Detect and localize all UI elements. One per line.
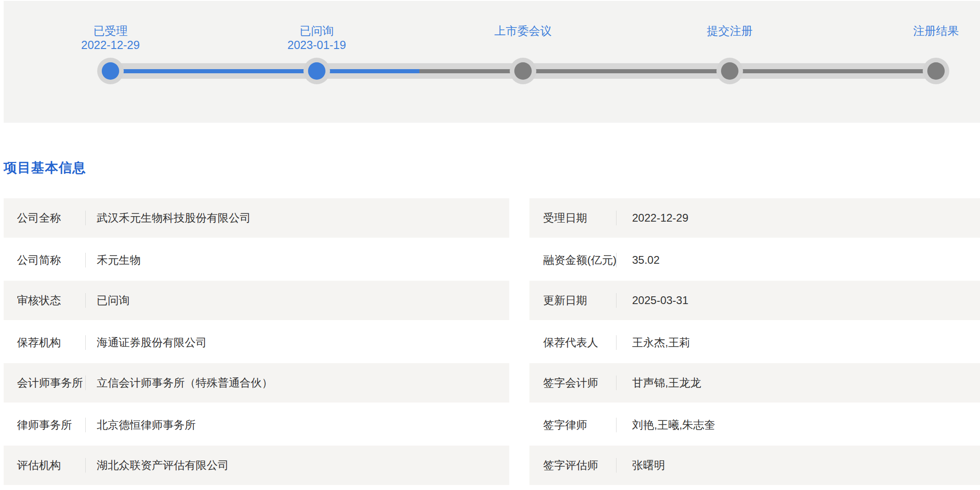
info-row-signing-lawyers: 签字律师 刘艳,王曦,朱志奎 [529, 404, 980, 446]
divider [616, 458, 617, 473]
info-row-review-status: 审核状态 已问询 [4, 281, 509, 322]
step-node-circle [303, 58, 330, 84]
info-row-signing-appraiser: 签字评估师 张曙明 [529, 446, 980, 487]
timeline-banner: 已受理 2022-12-29 已问询 2023-01-19 上市委会议 提交注册… [4, 1, 980, 123]
step-node-circle [510, 58, 536, 84]
step-label: 已受理 [60, 24, 161, 38]
divider [616, 376, 617, 390]
field-label: 签字评估师 [543, 458, 616, 473]
field-label: 受理日期 [543, 211, 616, 225]
field-label: 律师事务所 [17, 418, 85, 432]
info-row-sponsor-institution: 保荐机构 海通证券股份有限公司 [4, 322, 509, 363]
info-row-financing-amount: 融资金额(亿元) 35.02 [529, 240, 980, 281]
field-value: 王永杰,王莉 [632, 335, 690, 350]
divider [616, 211, 617, 225]
field-value: 已问询 [97, 293, 130, 308]
timeline-step-committee-meeting: 上市委会议 [473, 1, 573, 38]
divider [616, 335, 617, 350]
field-label: 公司简称 [17, 253, 85, 267]
section-title-project-basic-info: 项目基本信息 [4, 160, 86, 175]
divider [85, 458, 86, 473]
info-row-update-date: 更新日期 2025-03-31 [529, 281, 980, 322]
divider [616, 418, 617, 432]
divider [85, 335, 86, 350]
info-row-company-full-name: 公司全称 武汉禾元生物科技股份有限公司 [4, 198, 509, 240]
step-node-dot [308, 62, 325, 80]
info-row-law-firm: 律师事务所 北京德恒律师事务所 [4, 404, 509, 446]
timeline-remaining-line [419, 69, 936, 73]
step-node-dot [927, 62, 945, 80]
divider [85, 211, 86, 225]
field-label: 更新日期 [543, 293, 616, 308]
timeline-step-registration-result: 注册结果 [886, 1, 980, 38]
step-date: 2022-12-29 [60, 38, 161, 52]
step-label: 上市委会议 [473, 24, 573, 38]
field-label: 签字律师 [543, 418, 616, 432]
field-label: 评估机构 [17, 458, 85, 473]
step-node-dot [514, 62, 532, 80]
divider [616, 253, 617, 267]
info-table-left: 公司全称 武汉禾元生物科技股份有限公司 公司简称 禾元生物 审核状态 已问询 保… [4, 198, 509, 487]
timeline-step-submit-registration: 提交注册 [679, 1, 780, 38]
divider [85, 376, 86, 390]
field-value: 甘声锦,王龙龙 [632, 376, 701, 390]
field-value: 张曙明 [632, 458, 665, 473]
field-value: 35.02 [632, 254, 660, 267]
step-node-dot [102, 62, 119, 80]
field-value: 2022-12-29 [632, 212, 688, 224]
info-row-sponsor-representatives: 保荐代表人 王永杰,王莉 [529, 322, 980, 363]
field-label: 审核状态 [17, 293, 85, 308]
step-label: 已问询 [266, 24, 367, 38]
field-value: 武汉禾元生物科技股份有限公司 [97, 211, 251, 225]
info-row-appraisal-institution: 评估机构 湖北众联资产评估有限公司 [4, 446, 509, 487]
step-node-dot [721, 62, 738, 80]
step-node-circle [97, 58, 124, 84]
field-value: 海通证券股份有限公司 [97, 335, 207, 350]
field-value: 立信会计师事务所（特殊普通合伙） [97, 376, 273, 390]
field-value: 刘艳,王曦,朱志奎 [632, 418, 715, 432]
field-value: 湖北众联资产评估有限公司 [97, 458, 229, 473]
timeline-step-inquired: 已问询 2023-01-19 [266, 1, 367, 52]
step-date: 2023-01-19 [266, 38, 367, 52]
divider [85, 293, 86, 308]
divider [85, 418, 86, 432]
step-label: 注册结果 [886, 24, 980, 38]
info-table-right: 受理日期 2022-12-29 融资金额(亿元) 35.02 更新日期 2025… [529, 198, 980, 487]
field-value: 禾元生物 [97, 253, 141, 267]
field-value: 2025-03-31 [632, 294, 688, 307]
field-value: 北京德恒律师事务所 [97, 418, 196, 432]
field-label: 签字会计师 [543, 376, 616, 390]
info-row-signing-accountants: 签字会计师 甘声锦,王龙龙 [529, 363, 980, 404]
step-node-circle [923, 58, 949, 84]
step-node-circle [716, 58, 743, 84]
info-row-accounting-firm: 会计师事务所 立信会计师事务所（特殊普通合伙） [4, 363, 509, 404]
field-label: 融资金额(亿元) [543, 253, 616, 267]
info-row-company-short-name: 公司简称 禾元生物 [4, 240, 509, 281]
field-label: 会计师事务所 [17, 376, 85, 390]
divider [616, 293, 617, 308]
field-label: 保荐机构 [17, 335, 85, 350]
step-label: 提交注册 [679, 24, 780, 38]
timeline-step-accepted: 已受理 2022-12-29 [60, 1, 161, 52]
divider [85, 253, 86, 267]
timeline-progress-line [110, 69, 419, 73]
field-label: 保荐代表人 [543, 335, 616, 350]
field-label: 公司全称 [17, 211, 85, 225]
info-row-acceptance-date: 受理日期 2022-12-29 [529, 198, 980, 240]
